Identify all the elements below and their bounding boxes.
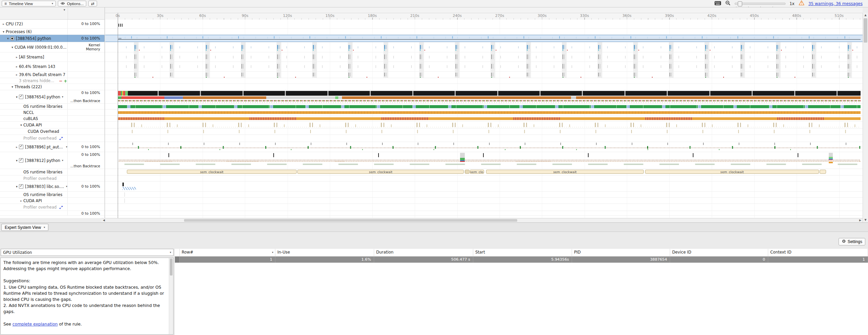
timeline-track-5[interactable] xyxy=(105,62,863,72)
expander-icon[interactable]: ▾ xyxy=(15,159,19,162)
expander-icon[interactable]: ▾ xyxy=(19,123,23,127)
expander-icon[interactable]: ▾ xyxy=(15,185,19,188)
os-runtime-event-bar[interactable]: sem_clockwait xyxy=(645,170,819,174)
tree-row-18[interactable]: OS runtime libraries xyxy=(0,169,105,175)
timeline-track-16[interactable] xyxy=(105,142,863,152)
timeline-track-10[interactable] xyxy=(105,104,863,110)
timeline-track-8[interactable] xyxy=(105,84,863,90)
table-column-header-device-id[interactable]: Device ID xyxy=(670,249,768,256)
timeline-track-17[interactable] xyxy=(105,152,863,169)
expert-system-view-selector[interactable]: Expert System View ▾ xyxy=(1,224,48,231)
tree-row-9[interactable]: ▾✓[3887654] python▾0 to 100%...thon Back… xyxy=(0,90,105,104)
os-runtime-event-bar[interactable]: sem_clo... xyxy=(470,170,484,174)
os-runtime-event-bar[interactable] xyxy=(465,170,470,174)
table-row[interactable]: 11.6%506.477 s5.94356s388765401 xyxy=(175,257,868,263)
radio-selected-icon[interactable] xyxy=(10,37,14,41)
checkbox[interactable]: ✓ xyxy=(19,145,23,149)
timeline-track-2[interactable] xyxy=(105,35,863,42)
timeline-track-15[interactable] xyxy=(105,135,863,142)
swap-rows-button[interactable]: ⇄ xyxy=(88,1,97,6)
scroll-down-icon[interactable]: ▼ xyxy=(863,218,868,222)
expander-icon[interactable]: ▸ xyxy=(15,55,19,59)
expander-icon[interactable]: ▸ xyxy=(1,22,6,26)
os-runtime-event-bar[interactable]: sem_clockwait xyxy=(297,170,464,174)
tree-row-3[interactable]: ▾CUDA HW (0009:01:00.0 - NKernelMemory xyxy=(0,42,105,52)
tree-row-0[interactable]: ▸CPU (72)0 to 100% xyxy=(0,20,105,29)
timeline-track-6[interactable] xyxy=(105,72,863,78)
tree-row-10[interactable]: OS runtime libraries xyxy=(0,104,105,110)
timeline-track-21[interactable] xyxy=(105,192,863,198)
column-divider[interactable] xyxy=(68,7,68,19)
warnings-messages-link[interactable]: 35 warnings, 36 messages xyxy=(808,1,863,6)
tree-filter-chevron-icon[interactable]: ▾ xyxy=(64,8,65,11)
os-runtime-event-bar[interactable]: sem_clockwait xyxy=(127,170,297,174)
tree-row-12[interactable]: cuBLAS xyxy=(0,116,105,122)
expander-icon[interactable]: ▾ xyxy=(10,46,15,49)
os-runtime-event-bar[interactable]: sem_clockwait xyxy=(486,170,644,174)
zoom-slider-thumb[interactable] xyxy=(738,1,742,6)
tree-row-17[interactable]: ▾✓[3887812] python▾0 to 100%...thon Back… xyxy=(0,152,105,169)
checkbox[interactable]: ✓ xyxy=(19,95,23,99)
sort-chevron-icon[interactable]: ▾ xyxy=(272,249,273,256)
expander-icon[interactable]: ▸ xyxy=(15,65,19,68)
timeline-track-20[interactable] xyxy=(105,182,863,192)
timeline-track-23[interactable] xyxy=(105,204,863,211)
tree-row-21[interactable]: OS runtime libraries xyxy=(0,192,105,198)
tree-row-22[interactable]: ▸CUDA API xyxy=(0,198,105,204)
expander-icon[interactable]: ▾ xyxy=(1,30,6,33)
tree-row-1[interactable]: ▾Processes (6) xyxy=(0,29,105,35)
timeline-track-11[interactable] xyxy=(105,110,863,116)
popout-icon[interactable] xyxy=(59,137,63,140)
timeline-view-selector[interactable]: ≡ Timeline View ▾ xyxy=(2,1,56,6)
timeline-track-0[interactable] xyxy=(105,20,863,29)
add-stream-icon[interactable]: + xyxy=(64,78,67,83)
tree-row-7[interactable]: 3 streams hidden...−+ xyxy=(0,78,105,84)
timeline-track-22[interactable] xyxy=(105,198,863,204)
keyboard-shortcuts-icon[interactable] xyxy=(714,0,721,7)
description-scrollbar-thumb[interactable] xyxy=(170,259,173,276)
tree-row-13[interactable]: ▾CUDA API xyxy=(0,122,105,128)
expander-icon[interactable]: ▸ xyxy=(15,145,19,149)
zoom-out-icon[interactable] xyxy=(725,0,731,7)
tree-row-6[interactable]: ▸39.6% Default stream 7 xyxy=(0,72,105,78)
tree-row-23[interactable]: Profiler overhead xyxy=(0,204,105,211)
tree-row-2[interactable]: ▾[3887654] python0 to 100% xyxy=(0,35,105,42)
complete-explanation-link[interactable]: complete explanation xyxy=(13,322,58,327)
timeline-track-18[interactable]: sem_clockwaitsem_clockwaitsem_clo...sem_… xyxy=(105,169,863,175)
settings-button[interactable]: Settings xyxy=(839,238,865,245)
rule-selector[interactable]: GPU Utilization ▾ xyxy=(1,249,174,256)
tree-row-11[interactable]: NCCL xyxy=(0,110,105,116)
row-options-chevron-icon[interactable]: ▾ xyxy=(62,159,63,162)
timeline-track-9[interactable] xyxy=(105,90,863,104)
tree-row-5[interactable]: ▸60.4% Stream 143 xyxy=(0,62,105,72)
tree-row-19[interactable]: Profiler overhead xyxy=(0,175,105,182)
timeline-track-7[interactable] xyxy=(105,78,863,84)
options-button[interactable]: Options... xyxy=(58,1,86,6)
scroll-up-icon[interactable]: ▲ xyxy=(863,13,868,18)
vertical-scrollbar-thumb[interactable] xyxy=(864,18,867,43)
timeline-track-13[interactable] xyxy=(105,122,863,128)
expander-icon[interactable]: ▾ xyxy=(15,95,19,99)
tree-row-16[interactable]: ▸✓[3887896] pt_autograd▾0 to 100% xyxy=(0,142,105,152)
os-runtime-event-bar[interactable] xyxy=(820,170,826,174)
zoom-slider[interactable] xyxy=(735,1,785,6)
tree-row-24[interactable]: 0 to 100% xyxy=(0,211,105,216)
expander-icon[interactable]: ▸ xyxy=(15,73,19,76)
table-column-header-context-id[interactable]: Context ID xyxy=(768,249,868,256)
scroll-right-icon[interactable]: ▶ xyxy=(858,218,863,222)
timeline-track-3[interactable] xyxy=(105,42,863,52)
table-column-header-duration[interactable]: Duration xyxy=(374,249,473,256)
expander-icon[interactable]: ▾ xyxy=(10,85,15,89)
table-column-header-in-use[interactable]: In-Use xyxy=(275,249,374,256)
checkbox[interactable]: ✓ xyxy=(19,158,23,163)
expander-icon[interactable]: ▸ xyxy=(19,199,23,202)
horizontal-scrollbar[interactable]: ◀ ▶ xyxy=(101,218,863,222)
zoom-slider-track[interactable] xyxy=(735,3,785,5)
vertical-scrollbar[interactable]: ▲ ▼ xyxy=(863,13,868,222)
timeline-track-1[interactable] xyxy=(105,29,863,35)
popout-icon[interactable] xyxy=(59,206,63,209)
table-column-header-start[interactable]: Start xyxy=(473,249,572,256)
tree-row-4[interactable]: ▸[All Streams] xyxy=(0,52,105,62)
tree-row-14[interactable]: CUDA Overhead xyxy=(0,128,105,135)
scroll-left-icon[interactable]: ◀ xyxy=(101,218,106,222)
